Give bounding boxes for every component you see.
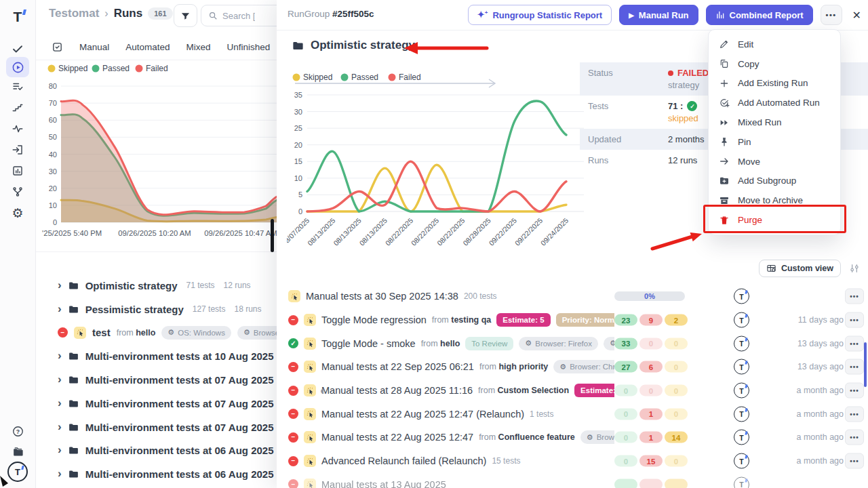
manual-run-button[interactable]: ▶ Manual Run: [619, 5, 698, 25]
avatar: T: [734, 406, 749, 422]
folder-row[interactable]: ›Multi-environment tests at 07 Aug 2025 …: [35, 368, 277, 392]
run-row[interactable]: −Toggle Mode regressionfrom testing qaEs…: [288, 308, 864, 332]
menu-item-add-existing-run[interactable]: Add Existing Run: [709, 74, 840, 94]
import-icon[interactable]: [6, 140, 29, 159]
breadcrumb-app[interactable]: Testomat: [49, 7, 99, 20]
menu-item-pin[interactable]: Pin: [709, 132, 840, 152]
more-options-button[interactable]: •••: [821, 5, 842, 25]
folder-row[interactable]: ›Multi-environment tests at 10 Aug 2025 …: [35, 344, 277, 368]
row-menu-button[interactable]: •••: [845, 406, 864, 422]
row-menu-button[interactable]: •••: [845, 453, 864, 469]
panel-title-id: #25ff505c: [332, 9, 374, 19]
breadcrumb-separator: ›: [104, 7, 108, 20]
run-title: Manual tests at 30 Sep 2025 14:38: [306, 291, 458, 302]
pulse-icon[interactable]: [6, 119, 29, 138]
settings-gear-icon[interactable]: ⚙: [6, 203, 29, 222]
row-menu-button[interactable]: •••: [845, 430, 864, 445]
run-row[interactable]: ◐Manual tests at 30 Sep 2025 14:38200 te…: [288, 285, 864, 308]
branches-icon[interactable]: [6, 182, 29, 201]
select-runs-icon[interactable]: [52, 41, 63, 53]
custom-view-button[interactable]: Custom view: [759, 260, 841, 277]
menu-item-add-automated-run[interactable]: Add Automated Run: [709, 93, 840, 113]
row-menu-button[interactable]: •••: [845, 336, 864, 351]
run-meta: 15 tests: [492, 456, 520, 466]
sliders-icon[interactable]: [849, 263, 860, 274]
menu-item-move-to-archive[interactable]: Move to Archive: [709, 190, 840, 210]
chevron-right-icon[interactable]: ›: [58, 421, 62, 432]
run-row[interactable]: −Manual tests at 28 Aug 2025 11:16from C…: [288, 379, 864, 403]
combined-report-button[interactable]: Combined Report: [706, 5, 813, 25]
search-placeholder: Search [: [222, 11, 255, 21]
close-icon[interactable]: ✕: [852, 9, 861, 22]
run-row-main: ◐Manual tests at 30 Sep 2025 14:38200 te…: [288, 290, 614, 302]
folder-row[interactable]: −testfrom hello⚙OS: Windows⚙Browser: Chr…: [35, 321, 277, 345]
menu-item-purge[interactable]: Purge: [709, 210, 840, 230]
folder-row[interactable]: ›Multi-environment tests at 06 Aug 2025 …: [35, 439, 277, 463]
avatar: T: [734, 383, 749, 399]
info-value-main: 12 runs: [668, 155, 697, 165]
chevron-right-icon[interactable]: ›: [58, 397, 62, 409]
chevron-right-icon[interactable]: ›: [58, 444, 62, 455]
menu-item-copy[interactable]: Copy: [709, 54, 840, 74]
test-counts: [614, 479, 688, 488]
info-value: 12 runs: [668, 155, 697, 165]
chevron-right-icon[interactable]: ›: [58, 468, 62, 479]
count-pill-r: 0: [639, 338, 663, 349]
badge-label: OS: Windows: [178, 329, 225, 337]
count-pill-g: 0: [614, 455, 637, 467]
tab-mixed[interactable]: Mixed: [186, 42, 211, 52]
status-failed-icon: −: [288, 479, 298, 488]
folder-row[interactable]: ›Multi-environment tests at 07 Aug 2025 …: [35, 392, 277, 415]
list-toolbar: Custom view: [759, 260, 860, 277]
chevron-right-icon[interactable]: ›: [58, 350, 62, 361]
profile-logo-icon[interactable]: T: [6, 462, 29, 481]
manual-test-icon: [74, 327, 86, 339]
help-icon[interactable]: ?: [6, 422, 29, 441]
folder-row[interactable]: ›Multi-environment tests at 06 Aug 2025 …: [35, 462, 277, 486]
menu-item-add-subgroup[interactable]: Add Subgroup: [709, 171, 840, 191]
folder-row[interactable]: ›Optimistic strategy71 tests12 runs: [35, 274, 277, 298]
folder-icon: [68, 398, 79, 409]
run-row[interactable]: ✓Toggle Mode - smokefrom helloTo Review⚙…: [288, 331, 864, 355]
chevron-right-icon[interactable]: ›: [58, 303, 62, 314]
projects-folders-icon[interactable]: [6, 442, 29, 461]
row-menu-button[interactable]: •••: [845, 383, 864, 399]
page-scrollbar-thumb[interactable]: [271, 219, 274, 252]
folder-icon: [68, 304, 79, 315]
panel-scrollbar-thumb[interactable]: [864, 342, 867, 387]
menu-item-move[interactable]: Move: [709, 152, 840, 171]
tab-unfinished[interactable]: Unfinished: [227, 42, 271, 52]
run-row[interactable]: −Manual tests at 22 Aug 2025 12:47from C…: [288, 426, 864, 449]
copy-icon: [719, 58, 730, 69]
tab-manual[interactable]: Manual: [79, 42, 109, 52]
run-row[interactable]: −Manual tests at 22 Sep 2025 06:21from h…: [288, 355, 864, 379]
test-list-icon[interactable]: [6, 77, 29, 96]
tab-automated[interactable]: Automated: [125, 42, 170, 52]
folder-row[interactable]: ›Multi-environment tests at 07 Aug 2025 …: [35, 415, 277, 439]
avatar: T: [734, 312, 749, 328]
badge-env: ⚙Browser: Firefox: [519, 337, 598, 350]
folder-row[interactable]: ›Pessimistic strategy127 tests18 runs: [35, 298, 277, 321]
tasks-check-icon[interactable]: [6, 39, 29, 58]
steps-icon[interactable]: [6, 98, 29, 117]
run-row[interactable]: −Manual tests at 22 Aug 2025 12:47 (Rela…: [288, 402, 864, 426]
chevron-right-icon[interactable]: ›: [58, 279, 62, 291]
row-menu-button[interactable]: •••: [845, 312, 864, 328]
runs-play-icon[interactable]: [6, 57, 29, 77]
info-label: Runs: [588, 155, 668, 165]
menu-item-label: Pin: [738, 137, 751, 147]
rungroup-statistic-report-button[interactable]: ✦+ Rungroup Statistic Report: [468, 5, 612, 25]
row-menu-button[interactable]: •••: [845, 289, 864, 304]
sidebar: T ⚙ ? T: [0, 0, 36, 488]
filter-button[interactable]: [174, 4, 197, 27]
run-row[interactable]: −Manual tests at 13 Aug 2025T: [288, 473, 864, 488]
row-menu-button[interactable]: •••: [845, 359, 864, 375]
manual-test-icon: [304, 455, 316, 467]
menu-item-edit[interactable]: Edit: [709, 35, 840, 54]
search-input[interactable]: Search [ ✕: [201, 5, 277, 26]
chevron-right-icon[interactable]: ›: [58, 373, 62, 385]
info-label: Status: [588, 68, 668, 90]
menu-item-mixed-run[interactable]: Mixed Run: [709, 113, 840, 132]
report-chart-icon[interactable]: [6, 161, 29, 180]
run-row[interactable]: −Advanced Relaunch failed (Relaunch)15 t…: [288, 449, 864, 473]
